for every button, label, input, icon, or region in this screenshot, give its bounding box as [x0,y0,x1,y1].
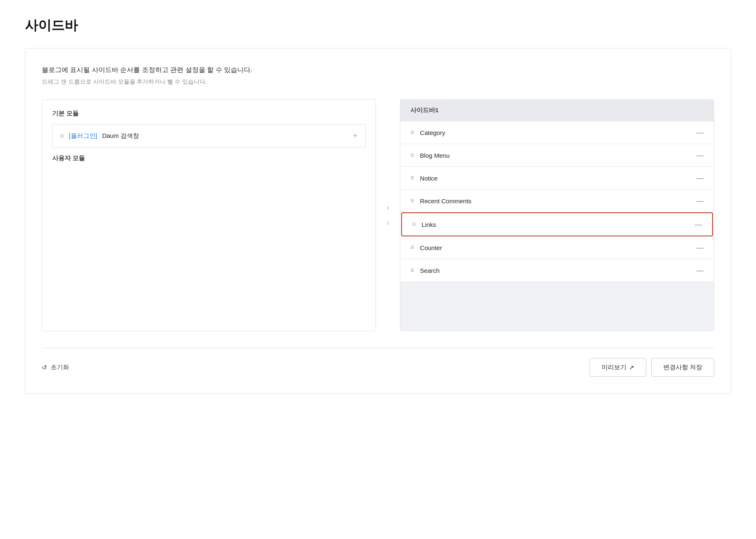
drag-handle-icon: ≡ [412,221,416,228]
save-button[interactable]: 변경사항 저장 [651,358,714,377]
drag-handle-icon: ≡ [60,132,64,140]
sidebar-item-search[interactable]: ≡ Search — [400,259,714,282]
remove-recent-comments-button[interactable]: — [696,197,704,205]
drag-handle-icon: ≡ [410,174,414,182]
external-link-icon: ↗ [629,364,634,371]
footer-right: 미리보기 ↗ 변경사항 저장 [590,358,714,377]
sidebar-item-links[interactable]: ≡ Links — [401,212,713,236]
preview-label: 미리보기 [602,363,626,371]
remove-category-button[interactable]: — [696,129,704,136]
module-item-left: ≡ [플러그인] Daum 검색창 [60,132,139,140]
remove-search-button[interactable]: — [696,267,704,274]
sidebar-items: ≡ Category — ≡ Blog Menu — [400,121,714,282]
main-card: 블로그에 표시될 사이드바 순서를 조정하고 관련 설정을 할 수 있습니다. … [25,48,731,394]
basic-module-title: 기본 모듈 [52,110,366,118]
sidebar-item-notice[interactable]: ≡ Notice — [400,167,714,190]
user-module-title: 사용자 모듈 [52,154,366,162]
reset-label: 초기화 [51,363,69,371]
preview-button[interactable]: 미리보기 ↗ [590,358,646,377]
drag-handle-icon: ≡ [410,244,414,251]
sidebar-item-label: Blog Menu [420,152,450,159]
page-title: 사이드바 [25,17,731,35]
remove-notice-button[interactable]: — [696,174,704,182]
footer-bar: ↺ 초기화 미리보기 ↗ 변경사항 저장 [42,348,714,377]
add-icon[interactable]: + [353,131,358,141]
arrow-left-button[interactable]: ‹ [383,217,392,229]
description-main: 블로그에 표시될 사이드바 순서를 조정하고 관련 설정을 할 수 있습니다. [42,65,714,75]
reset-button[interactable]: ↺ 초기화 [42,363,69,371]
sidebar-item-recent-comments[interactable]: ≡ Recent Comments — [400,190,714,212]
drag-handle-icon: ≡ [410,129,414,136]
drag-handle-icon: ≡ [410,152,414,159]
daum-search-module[interactable]: ≡ [플러그인] Daum 검색창 + [52,124,366,148]
arrow-right-button[interactable]: › [383,202,392,214]
sidebar-header: 사이드바1 [400,100,714,121]
plugin-tag: [플러그인] [69,132,97,140]
module-name: Daum 검색창 [102,132,139,140]
remove-blog-menu-button[interactable]: — [696,152,704,159]
sidebar-item-category[interactable]: ≡ Category — [400,121,714,144]
drag-handle-icon: ≡ [410,197,414,205]
sidebar-item-label: Notice [420,175,438,182]
center-arrows: › ‹ [376,99,400,331]
drag-handle-icon: ≡ [410,267,414,274]
sidebar-item-blog-menu[interactable]: ≡ Blog Menu — [400,144,714,167]
columns-container: 기본 모듈 ≡ [플러그인] Daum 검색창 + 사용자 모듈 › ‹ [42,99,714,331]
right-panel: 사이드바1 ≡ Category — ≡ Blog Menu [400,99,714,331]
sidebar-item-label: Search [420,267,440,274]
remove-links-button[interactable]: — [695,221,702,228]
remove-counter-button[interactable]: — [696,244,704,251]
sidebar-item-label: Category [420,129,445,136]
reset-icon: ↺ [42,364,47,371]
save-label: 변경사항 저장 [663,363,702,371]
description-sub: 드래그 앤 드롭으로 사이드바 모듈을 추가하거나 뺄 수 있습니다. [42,77,714,86]
sidebar-item-label: Counter [420,244,442,251]
left-panel: 기본 모듈 ≡ [플러그인] Daum 검색창 + 사용자 모듈 [42,99,376,331]
sidebar-item-counter[interactable]: ≡ Counter — [400,236,714,259]
sidebar-item-label: Recent Comments [420,197,471,205]
sidebar-item-label: Links [421,221,436,228]
user-module-section: 사용자 모듈 [52,154,366,162]
